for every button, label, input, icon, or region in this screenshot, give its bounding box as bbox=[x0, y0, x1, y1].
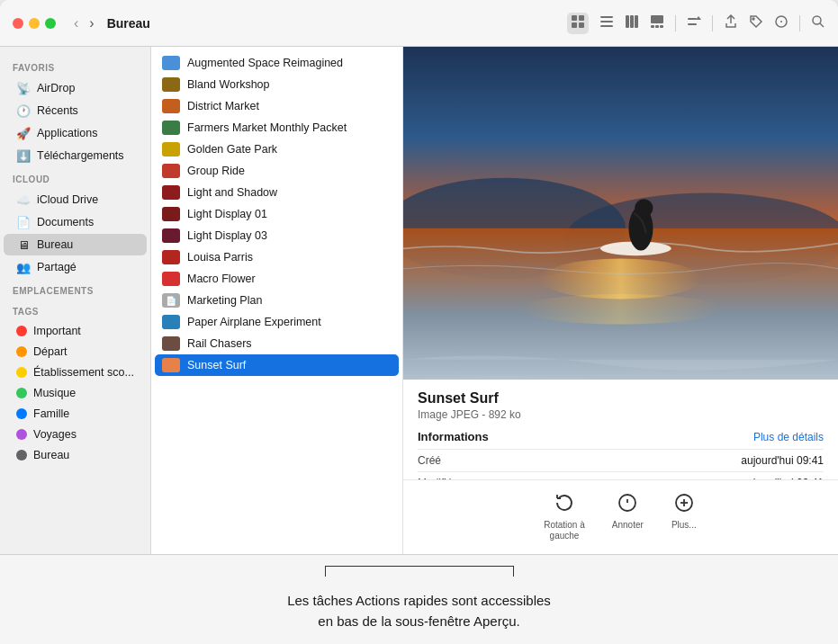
file-thumb bbox=[162, 207, 180, 221]
view-gallery-button[interactable] bbox=[650, 14, 664, 32]
preview-pane: Sunset Surf Image JPEG - 892 ko Informat… bbox=[403, 47, 838, 554]
info-filetype: Image JPEG - 892 ko bbox=[418, 408, 824, 421]
info-row-modifie: Modifié aujourd'hui 09:41 bbox=[418, 472, 824, 480]
forward-button[interactable]: › bbox=[87, 12, 95, 35]
back-button[interactable]: ‹ bbox=[72, 12, 80, 35]
sidebar-item-partage[interactable]: 👥 Partagé bbox=[4, 256, 147, 278]
file-item-augmented[interactable]: Augmented Space Reimagined bbox=[151, 52, 402, 74]
view-column-button[interactable] bbox=[625, 14, 639, 32]
svg-rect-9 bbox=[635, 15, 638, 28]
annotate-icon bbox=[614, 489, 641, 516]
tag-dot-bureau bbox=[16, 450, 27, 461]
sidebar-item-recents[interactable]: 🕐 Récents bbox=[4, 100, 147, 121]
minimize-button[interactable] bbox=[29, 18, 40, 29]
file-list: Augmented Space Reimagined Bland Worksho… bbox=[151, 47, 403, 554]
file-item-marketing[interactable]: 📄 Marketing Plan bbox=[151, 290, 402, 311]
info-details-link[interactable]: Plus de détails bbox=[753, 431, 824, 443]
sidebar-item-bureau[interactable]: 🖥 Bureau bbox=[4, 234, 147, 255]
file-thumb bbox=[162, 99, 180, 113]
file-thumb-selected bbox=[162, 358, 180, 372]
svg-rect-13 bbox=[660, 25, 663, 28]
file-item-district[interactable]: District Market bbox=[151, 95, 402, 117]
more-icon bbox=[671, 489, 698, 516]
sidebar-item-applications[interactable]: 🚀 Applications bbox=[4, 122, 147, 144]
tag-dot-famille bbox=[16, 408, 27, 419]
sidebar-item-airdrop[interactable]: 📡 AirDrop bbox=[4, 77, 147, 99]
file-item-group-ride[interactable]: Group Ride bbox=[151, 160, 402, 182]
file-item-louisa[interactable]: Louisa Parris bbox=[151, 246, 402, 268]
tag-dot-voyages bbox=[16, 429, 27, 440]
sidebar-item-documents[interactable]: 📄 Documents bbox=[4, 211, 147, 233]
svg-rect-2 bbox=[572, 22, 577, 28]
applications-icon: 🚀 bbox=[16, 126, 31, 140]
view-list-button[interactable] bbox=[599, 14, 614, 32]
file-thumb bbox=[162, 228, 180, 243]
sidebar-item-tag-etablissement[interactable]: Établissement sco... bbox=[4, 362, 147, 382]
sidebar: Favoris 📡 AirDrop 🕐 Récents 🚀 Applicatio… bbox=[0, 47, 151, 554]
rotate-left-label: Rotation àgauche bbox=[544, 520, 585, 541]
tag-dot-etablissement bbox=[16, 367, 27, 378]
file-thumb bbox=[162, 250, 180, 264]
file-thumb bbox=[162, 142, 180, 157]
toolbar-separator-3 bbox=[799, 15, 800, 31]
svg-rect-12 bbox=[655, 25, 659, 28]
file-item-rail-chasers[interactable]: Rail Chasers bbox=[151, 333, 402, 354]
info-row-cree: Créé aujourd'hui 09:41 bbox=[418, 450, 824, 472]
file-item-farmers[interactable]: Farmers Market Monthly Packet bbox=[151, 117, 402, 139]
rotate-left-button[interactable]: Rotation àgauche bbox=[544, 489, 585, 541]
tag-dot-musique bbox=[16, 388, 27, 398]
sidebar-item-tag-important[interactable]: Important bbox=[4, 321, 147, 341]
recents-icon: 🕐 bbox=[16, 103, 31, 118]
quick-look-button[interactable] bbox=[774, 14, 788, 32]
file-thumb bbox=[162, 185, 180, 200]
file-item-macro-flower[interactable]: Macro Flower bbox=[151, 268, 402, 290]
documents-icon: 📄 bbox=[16, 215, 31, 229]
svg-rect-14 bbox=[688, 18, 697, 20]
sidebar-section-icloud: iCloud bbox=[0, 167, 150, 188]
group-by-button[interactable] bbox=[687, 14, 701, 32]
close-button[interactable] bbox=[13, 18, 23, 29]
file-item-light-shadow[interactable]: Light and Shadow bbox=[151, 182, 402, 203]
sidebar-item-tag-depart[interactable]: Départ bbox=[4, 342, 147, 362]
tag-dot-depart bbox=[16, 346, 27, 357]
info-filename: Sunset Surf bbox=[418, 390, 824, 407]
file-item-golden[interactable]: Golden Gate Park bbox=[151, 139, 402, 160]
annotate-button[interactable]: Annoter bbox=[612, 489, 644, 541]
share-button[interactable] bbox=[724, 14, 738, 32]
svg-marker-16 bbox=[696, 16, 701, 20]
tag-dot-important bbox=[16, 326, 27, 336]
maximize-button[interactable] bbox=[45, 18, 56, 29]
view-grid-button[interactable] bbox=[567, 13, 589, 34]
svg-rect-8 bbox=[630, 15, 634, 28]
svg-rect-6 bbox=[600, 25, 613, 27]
sidebar-item-tag-bureau[interactable]: Bureau bbox=[4, 445, 147, 465]
file-item-bland[interactable]: Bland Workshop bbox=[151, 74, 402, 95]
file-item-paper-airplane[interactable]: Paper Airplane Experiment bbox=[151, 311, 402, 333]
search-button[interactable] bbox=[811, 14, 825, 32]
traffic-lights bbox=[13, 18, 56, 29]
svg-point-20 bbox=[813, 16, 821, 24]
svg-rect-5 bbox=[600, 21, 613, 22]
file-item-light-display-01[interactable]: Light Display 01 bbox=[151, 203, 402, 225]
svg-point-17 bbox=[752, 18, 754, 20]
svg-line-21 bbox=[820, 23, 824, 27]
file-item-sunset-surf[interactable]: Sunset Surf bbox=[155, 354, 399, 376]
svg-point-26 bbox=[540, 259, 702, 300]
tag-button[interactable] bbox=[749, 14, 763, 32]
sidebar-section-favoris: Favoris bbox=[0, 56, 150, 76]
file-item-light-display-03[interactable]: Light Display 03 bbox=[151, 225, 402, 246]
sidebar-item-tag-famille[interactable]: Famille bbox=[4, 404, 147, 424]
callout-section: Les tâches Actions rapides sont accessib… bbox=[0, 554, 838, 644]
bracket-svg bbox=[325, 566, 514, 578]
info-section-title: Informations bbox=[418, 430, 489, 443]
annotate-label: Annoter bbox=[612, 520, 644, 531]
sidebar-item-telechargements[interactable]: ⬇️ Téléchargements bbox=[4, 145, 147, 166]
sidebar-item-icloud-drive[interactable]: ☁️ iCloud Drive bbox=[4, 189, 147, 210]
toolbar-icons bbox=[567, 13, 825, 34]
bureau-icon: 🖥 bbox=[16, 237, 31, 252]
sidebar-item-tag-musique[interactable]: Musique bbox=[4, 383, 147, 403]
more-button[interactable]: Plus... bbox=[671, 489, 698, 541]
toolbar-title: Bureau bbox=[107, 16, 150, 31]
sidebar-section-tags: Tags bbox=[0, 300, 150, 320]
sidebar-item-tag-voyages[interactable]: Voyages bbox=[4, 425, 147, 444]
